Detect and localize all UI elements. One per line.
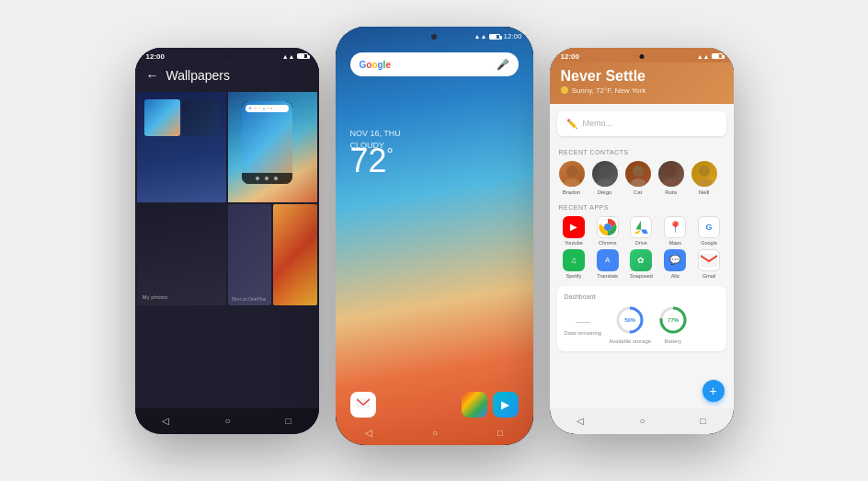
- phones-container: 12:00 ▲▲ ← Wallpapers: [117, 17, 752, 464]
- storage-label: Available storage: [609, 338, 651, 344]
- contact-ruta[interactable]: Ruta: [658, 161, 684, 195]
- dock-play-icon[interactable]: ▶: [493, 392, 519, 418]
- svg-point-6: [630, 178, 646, 187]
- temperature-display: 72°: [350, 142, 394, 180]
- memo-icon: ✏️: [566, 119, 577, 129]
- memo-bar[interactable]: ✏️ Memo...: [557, 111, 726, 136]
- drive-label: Drive: [635, 240, 647, 246]
- dock-maps-icon[interactable]: [462, 392, 487, 418]
- google-search-bar[interactable]: Google 🎤: [350, 52, 519, 76]
- wallpapers-title: Wallpapers: [166, 68, 231, 83]
- phone-right-screen: 12:00 ▲▲ Never Settle Sunny, 72°F, New Y…: [550, 48, 734, 434]
- apps-section-title: Recent apps: [559, 204, 725, 211]
- app-translate[interactable]: A Translate: [592, 249, 622, 279]
- recent-contacts-section: Recent contacts Bradon Diego: [550, 143, 734, 199]
- camera-notch-center: [431, 34, 437, 40]
- nav-recents-left[interactable]: □: [285, 416, 291, 426]
- svg-point-12: [604, 223, 611, 231]
- app-maps[interactable]: 📍 Maps: [660, 216, 691, 246]
- contact-diego[interactable]: Diego: [592, 161, 618, 195]
- svg-point-7: [666, 166, 677, 177]
- stat-data-value: —: [565, 314, 602, 330]
- avatar-ruta: [658, 161, 684, 187]
- phone-left: 12:00 ▲▲ ← Wallpapers: [135, 48, 319, 434]
- avatar-cat: [625, 161, 651, 187]
- nav-recents-right[interactable]: □: [700, 416, 705, 426]
- back-arrow-left[interactable]: ←: [146, 68, 159, 83]
- gmail-icon: [698, 249, 720, 271]
- app-spotify[interactable]: ♫ Spotify: [559, 249, 589, 279]
- maps-icon: 📍: [664, 216, 686, 238]
- svg-point-5: [633, 166, 644, 177]
- battery-label: Battery: [658, 338, 688, 344]
- allo-icon: 💬: [664, 249, 686, 271]
- contact-name-diego: Diego: [598, 189, 612, 195]
- dock-app-icons: ▶: [462, 392, 519, 418]
- svg-point-4: [597, 178, 613, 187]
- contact-cat[interactable]: Cat: [625, 161, 651, 195]
- contact-bradon[interactable]: Bradon: [559, 161, 585, 195]
- app-gmail[interactable]: Gmail: [694, 249, 725, 279]
- status-time-left: 12:00: [146, 52, 165, 61]
- youtube-icon: ▶: [563, 216, 585, 238]
- spotify-label: Spotify: [565, 273, 581, 279]
- status-time-center: 12:00: [503, 32, 521, 40]
- contacts-row: Bradon Diego Cat: [559, 161, 725, 195]
- wallpaper-sub-grid: Shot on OnePlus: [228, 204, 317, 305]
- storage-value: 50%: [624, 317, 635, 323]
- memo-text: Memo...: [583, 119, 613, 128]
- stat-data-label: Data remaining: [565, 330, 602, 336]
- camera-notch-left: [224, 54, 229, 59]
- chrome-label: Chrome: [599, 240, 617, 246]
- google-logo: Google: [360, 60, 391, 70]
- app-google[interactable]: G Google: [694, 216, 725, 246]
- stat-storage: 50% Available storage: [609, 305, 651, 344]
- translate-label: Translate: [597, 273, 618, 279]
- svg-point-8: [663, 178, 680, 187]
- nav-back-left[interactable]: ◁: [162, 416, 169, 426]
- battery-value: 77%: [668, 317, 679, 323]
- contact-name-neill: Neill: [699, 189, 710, 195]
- svg-point-3: [600, 166, 611, 177]
- shelf-title: Never Settle: [561, 68, 723, 85]
- bottom-nav-left: ◁ ○ □: [135, 408, 319, 434]
- wallpaper-item-dark[interactable]: [137, 92, 226, 202]
- nav-recents-center[interactable]: □: [497, 428, 503, 438]
- svg-marker-16: [641, 229, 648, 234]
- app-allo[interactable]: 💬 Allo: [660, 249, 691, 279]
- nav-home-center[interactable]: ○: [432, 428, 438, 438]
- app-chrome[interactable]: Chrome: [592, 216, 622, 246]
- nav-back-center[interactable]: ◁: [365, 428, 372, 438]
- nav-back-right[interactable]: ◁: [577, 416, 584, 426]
- mic-icon[interactable]: 🎤: [497, 59, 509, 71]
- phone-center-screen: ▲▲ 12:00 Google 🎤 NOV 16, THU CLOUDY 72°: [336, 27, 533, 445]
- shoton-label: Shot on OnePlus: [232, 296, 267, 302]
- contact-name-bradon: Bradon: [563, 189, 580, 195]
- translate-icon: A: [597, 249, 619, 271]
- bottom-nav-right: ◁ ○ □: [550, 408, 734, 434]
- recent-apps-section: Recent apps ▶ Youtube Chrome: [550, 199, 734, 286]
- snapseed-label: Snapseed: [630, 273, 653, 279]
- wallpaper-item-featured[interactable]: G o o g l e: [228, 92, 317, 202]
- spotify-icon: ♫: [563, 249, 585, 271]
- allo-label: Allo: [671, 273, 680, 279]
- wallpaper-colorful[interactable]: [273, 204, 317, 305]
- weather-dot: [561, 86, 568, 94]
- battery-circle: 77%: [658, 305, 688, 335]
- nav-home-right[interactable]: ○: [639, 416, 645, 426]
- app-snapseed[interactable]: ✿ Snapseed: [626, 249, 657, 279]
- contact-neill[interactable]: Neill: [691, 161, 717, 195]
- stat-data: — Data remaining: [565, 314, 602, 336]
- fab-button[interactable]: +: [702, 380, 725, 402]
- storage-circle: 50%: [615, 305, 645, 335]
- nav-home-left[interactable]: ○: [224, 416, 230, 426]
- dock-gmail-icon[interactable]: [350, 392, 376, 418]
- app-youtube[interactable]: ▶ Youtube: [559, 216, 589, 246]
- wallpaper-city[interactable]: My photos: [137, 204, 226, 305]
- wallpaper-shot[interactable]: Shot on OnePlus: [228, 204, 272, 305]
- app-drive[interactable]: Drive: [626, 216, 657, 246]
- google-label: Google: [701, 240, 717, 246]
- camera-notch-right: [639, 54, 644, 59]
- svg-point-2: [564, 178, 580, 187]
- maps-label: Maps: [669, 240, 681, 246]
